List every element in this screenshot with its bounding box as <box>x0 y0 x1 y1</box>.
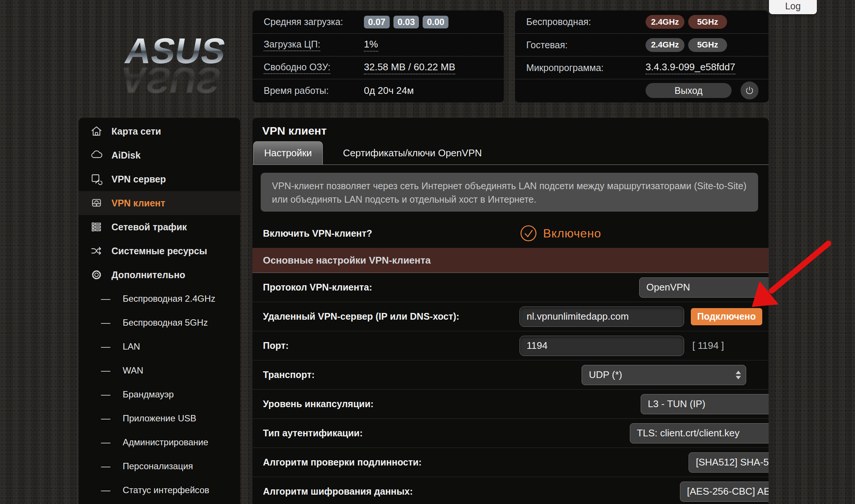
shuffle-icon <box>90 244 103 258</box>
log-button-label: Log <box>785 1 801 12</box>
uptime-row: Время работы: 0д 20ч 24м <box>252 79 504 102</box>
guest-2g-badge[interactable]: 2.4GHz <box>646 38 684 52</box>
dash-icon: — <box>101 317 123 328</box>
asus-logo: ASUS ASUS <box>89 33 257 98</box>
cpu-load-value[interactable]: 1% <box>364 39 378 52</box>
remote-server-input[interactable] <box>520 307 684 327</box>
load-average-row: Средняя загрузка: 0.07 0.03 0.00 <box>252 10 504 33</box>
sidebar-item-advanced[interactable]: Дополнительно <box>79 263 240 287</box>
sidebar-subitem-wireless-5[interactable]: — Беспроводная 5GHz <box>79 311 240 335</box>
hmac-algorithm-label: Алгоритм проверки подлинности: <box>252 457 422 468</box>
hmac-algorithm-value: [SHA512] SHA-512, 512 bit <box>696 457 769 468</box>
sidebar-subitem-usb-app[interactable]: — Приложение USB <box>79 406 240 430</box>
guest-label: Гостевая: <box>526 40 568 50</box>
sidebar-subitem-label: LAN <box>123 341 140 352</box>
sidebar-subitem-firewall[interactable]: — Брандмауэр <box>79 382 240 406</box>
basic-settings-header: Основные настройки VPN-клиента <box>252 248 769 273</box>
vpn-client-icon <box>90 196 103 210</box>
vpn-settings-form: Протокол VPN-клиента: OpenVPN Удаленный … <box>252 273 769 504</box>
encapsulation-value: L3 - TUN (IP) <box>648 398 705 410</box>
up-down-arrows-icon <box>736 371 741 379</box>
sidebar-item-vpn-client[interactable]: VPN клиент <box>79 191 240 215</box>
sidebar-item-label: VPN клиент <box>111 198 165 209</box>
sidebar-subitem-wan[interactable]: — WAN <box>79 359 240 382</box>
wireless-label: Беспроводная: <box>526 16 591 27</box>
cipher-label: Алгоритм шифрования данных: <box>252 486 413 497</box>
cpu-load-label[interactable]: Загрузка ЦП: <box>264 39 320 51</box>
cipher-value: [AES-256-CBC] AES, 256 bit <box>687 486 769 497</box>
port-input[interactable] <box>520 336 684 356</box>
sidebar-subitem-label: Администрирование <box>123 437 208 448</box>
transport-row: Транспорт: UDP (*) <box>252 360 769 390</box>
check-circle-icon <box>520 224 537 242</box>
sidebar-subitem-label: Брандмауэр <box>123 389 174 400</box>
sidebar-subitem-interface-status[interactable]: — Статус интерфейсов <box>79 478 240 502</box>
gear-icon <box>90 268 103 282</box>
vpn-enabled-toggle[interactable]: Включено <box>520 224 601 242</box>
sidebar-item-label: Дополнительно <box>111 270 185 280</box>
firmware-label: Микропрограмма: <box>526 62 604 73</box>
dash-icon: — <box>101 294 123 304</box>
encapsulation-row: Уровень инкапсуляции: L3 - TUN (IP) <box>252 390 769 419</box>
sidebar-item-system-resources[interactable]: Системные ресурсы <box>79 239 240 263</box>
guest-row: Гостевая: 2.4GHz 5GHz <box>515 33 769 56</box>
free-ram-label[interactable]: Свободно ОЗУ: <box>264 62 330 74</box>
sidebar-item-label: Системные ресурсы <box>111 246 207 256</box>
uptime-label: Время работы: <box>264 85 329 96</box>
dash-icon: — <box>101 341 123 352</box>
sidebar-item-network-traffic[interactable]: Сетевой трафик <box>79 215 240 239</box>
tab-openvpn-certs[interactable]: Сертификаты/ключи OpenVPN <box>332 141 493 165</box>
transport-select[interactable]: UDP (*) <box>582 365 746 385</box>
sidebar-subitem-label: Статус интерфейсов <box>123 485 209 495</box>
enable-vpn-label: Включить VPN-клиент? <box>252 228 372 239</box>
logout-button[interactable]: Выход <box>646 83 732 98</box>
vpn-enabled-status: Включено <box>543 227 601 240</box>
remote-server-label: Удаленный VPN-сервер (IP или DNS-хост): <box>252 311 459 322</box>
protocol-label: Протокол VPN-клиента: <box>252 282 372 293</box>
wireless-5g-badge[interactable]: 5GHz <box>688 15 727 29</box>
firmware-version-link[interactable]: 3.4.3.9-099_e58fdd7 <box>646 61 735 74</box>
wireless-row: Беспроводная: 2.4GHz 5GHz <box>515 10 769 33</box>
free-ram-value[interactable]: 32.58 MB / 60.22 MB <box>364 61 455 74</box>
wireless-2g-badge[interactable]: 2.4GHz <box>646 15 684 29</box>
basic-settings-title: Основные настройки VPN-клиента <box>252 255 430 266</box>
enable-vpn-row: Включить VPN-клиент? Включено <box>252 219 769 248</box>
cipher-row: Алгоритм шифрования данных: [AES-256-CBC… <box>252 477 769 504</box>
sidebar-subitem-lan[interactable]: — LAN <box>79 335 240 359</box>
dash-icon: — <box>101 437 123 448</box>
sidebar-item-label: Карта сети <box>111 126 161 137</box>
sidebar-item-aidisk[interactable]: AiDisk <box>79 143 240 167</box>
auth-type-select[interactable]: TLS: client.crt/client.key <box>630 423 769 443</box>
sidebar-subitem-wireless-24[interactable]: — Беспроводная 2.4GHz <box>79 287 240 311</box>
load-15min-badge: 0.00 <box>423 16 448 28</box>
tab-settings[interactable]: Настройки <box>253 141 323 165</box>
router-admin-page: ASUS ASUS Log Средняя загрузка: 0.07 0.0… <box>0 0 855 504</box>
auth-type-label: Тип аутентификации: <box>252 428 363 439</box>
vpn-server-icon <box>90 172 103 186</box>
log-button[interactable]: Log <box>769 0 817 14</box>
sidebar-subitem-administration[interactable]: — Администрирование <box>79 430 240 454</box>
sidebar-item-vpn-server[interactable]: VPN сервер <box>79 167 240 191</box>
load-5min-badge: 0.03 <box>393 16 419 28</box>
cipher-select[interactable]: [AES-256-CBC] AES, 256 bit <box>680 482 769 502</box>
uptime-value: 0д 20ч 24м <box>364 85 414 96</box>
free-ram-row: Свободно ОЗУ: 32.58 MB / 60.22 MB <box>252 56 504 79</box>
sidebar-item-network-map[interactable]: Карта сети <box>79 119 240 143</box>
reboot-button[interactable] <box>741 82 759 99</box>
port-default-hint: [ 1194 ] <box>692 340 724 351</box>
cpu-load-row: Загрузка ЦП: 1% <box>252 33 504 56</box>
radio-panel: Беспроводная: 2.4GHz 5GHz Гостевая: 2.4G… <box>515 10 769 102</box>
encapsulation-select[interactable]: L3 - TUN (IP) <box>641 394 769 414</box>
auth-type-row: Тип аутентификации: TLS: client.crt/clie… <box>252 419 769 448</box>
sidebar-item-label: AiDisk <box>111 150 141 161</box>
vpn-description: VPN-клиент позволяет через сеть Интернет… <box>261 173 758 212</box>
protocol-select[interactable]: OpenVPN <box>639 277 769 298</box>
hmac-algorithm-select[interactable]: [SHA512] SHA-512, 512 bit <box>689 452 769 473</box>
sidebar-subitem-label: Приложение USB <box>123 413 196 424</box>
load-1min-badge: 0.07 <box>364 16 390 28</box>
sidebar-nav: Карта сети AiDisk VPN сервер VPN клиент … <box>79 118 240 504</box>
sidebar-subitem-label: Беспроводная 5GHz <box>123 317 208 328</box>
remote-server-row: Удаленный VPN-сервер (IP или DNS-хост): … <box>252 302 769 331</box>
sidebar-subitem-personalization[interactable]: — Персонализация <box>79 454 240 478</box>
guest-5g-badge[interactable]: 5GHz <box>688 38 727 52</box>
